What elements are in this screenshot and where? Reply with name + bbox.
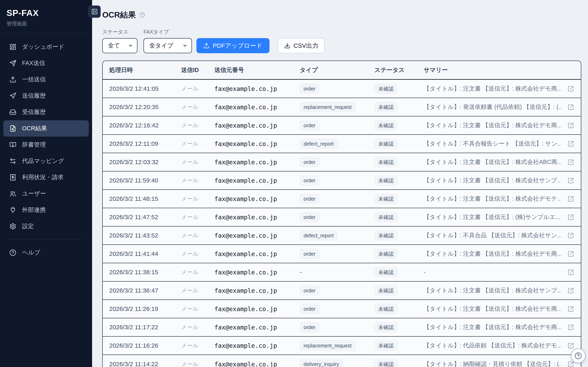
row-sender-id: メール [174, 232, 208, 239]
row-type: order [293, 322, 368, 332]
row-source-number: fax@example.co.jp [208, 159, 293, 166]
table-row[interactable]: 2026/3/2 11:26:19 メール fax@example.co.jp … [103, 300, 581, 318]
table-body: 2026/3/2 12:41:05 メール fax@example.co.jp … [103, 80, 581, 367]
sidebar-item-users[interactable]: ユーザー [3, 185, 89, 202]
plug-icon [9, 207, 16, 213]
row-source-number: fax@example.co.jp [208, 269, 293, 276]
sidebar-item-send-history[interactable]: 送信履歴 [3, 88, 89, 104]
row-sender-id: メール [174, 360, 208, 367]
status-badge: 未確認 [374, 267, 398, 277]
sidebar-item-dashboard[interactable]: ダッシュボード [3, 39, 89, 55]
open-detail-button[interactable] [561, 196, 581, 202]
table-row[interactable]: 2026/3/2 12:16:42 メール fax@example.co.jp … [103, 117, 581, 135]
title-help-icon[interactable] [139, 12, 145, 18]
column-header-summary: サマリー [417, 66, 561, 74]
open-detail-button[interactable] [561, 104, 581, 110]
type-badge: delivery_inquiry [300, 359, 343, 367]
type-badge: order [300, 83, 319, 94]
row-type: order [293, 285, 368, 296]
status-badge: 未確認 [374, 194, 398, 204]
table-row[interactable]: 2026/3/2 11:43:52 メール fax@example.co.jp … [103, 226, 581, 245]
status-badge: 未確認 [374, 249, 398, 259]
table-row[interactable]: 2026/3/2 11:59:40 メール fax@example.co.jp … [103, 171, 581, 190]
type-badge: order [300, 157, 319, 167]
sidebar-item-receive-history[interactable]: 受信履歴 [3, 104, 89, 120]
table-row[interactable]: 2026/3/2 11:14:22 メール fax@example.co.jp … [103, 355, 581, 367]
table-row[interactable]: 2026/3/2 12:03:32 メール fax@example.co.jp … [103, 153, 581, 171]
floating-help-button[interactable] [571, 349, 586, 363]
sidebar-item-integrations[interactable]: 外部連携 [3, 202, 89, 218]
open-detail-button[interactable] [561, 86, 581, 92]
table-row[interactable]: 2026/3/2 11:36:47 メール fax@example.co.jp … [103, 282, 581, 300]
status-filter-label: ステータス [102, 29, 138, 35]
table-row[interactable]: 2026/3/2 12:41:05 メール fax@example.co.jp … [103, 80, 581, 98]
row-source-number: fax@example.co.jp [208, 250, 293, 258]
status-filter-select[interactable]: 全て [102, 38, 138, 53]
external-link-icon [568, 86, 574, 92]
row-type: delivery_inquiry [293, 359, 368, 367]
row-status: 未確認 [368, 139, 417, 149]
file-search-icon [9, 125, 16, 132]
sidebar-item-usage-billing[interactable]: 利用状況・請求 [3, 169, 89, 185]
status-badge: 未確認 [374, 139, 398, 149]
open-detail-button[interactable] [561, 122, 581, 129]
table-row[interactable]: 2026/3/2 11:38:15 メール fax@example.co.jp … [103, 263, 581, 282]
row-summary: 【タイトル】: 注文書 【送信元】: 株式会社デモ商... [417, 305, 561, 313]
open-detail-button[interactable] [561, 269, 581, 275]
sidebar: SP-FAX 管理画面 ダッシュボード FAX送信 一括送信 送信履歴 受信履歴… [0, 0, 92, 367]
external-link-icon [568, 324, 574, 331]
sidebar-item-help[interactable]: ヘルプ [3, 244, 89, 261]
open-detail-button[interactable] [561, 342, 581, 349]
pdf-upload-button[interactable]: PDFアップロード [196, 38, 269, 53]
type-badge: order [300, 212, 319, 222]
help-circle-icon [9, 249, 16, 256]
row-summary: 【タイトル】: 注文書 【送信元】: 株式会社デモ商... [417, 121, 561, 129]
table-row[interactable]: 2026/3/2 12:20:35 メール fax@example.co.jp … [103, 98, 581, 117]
table-row[interactable]: 2026/3/2 11:41:44 メール fax@example.co.jp … [103, 245, 581, 263]
sidebar-item-label: 一括送信 [22, 75, 46, 83]
open-detail-button[interactable] [561, 233, 581, 239]
type-badge: order [300, 194, 319, 204]
open-detail-button[interactable] [561, 324, 581, 331]
row-type: order [293, 304, 368, 314]
table-row[interactable]: 2026/3/2 11:16:26 メール fax@example.co.jp … [103, 337, 581, 355]
row-datetime: 2026/3/2 11:47:52 [103, 214, 174, 221]
sidebar-item-label: ヘルプ [22, 249, 40, 257]
row-summary: 【タイトル】: 発送依頼書 (代品依頼) 【送信元】: (... [417, 103, 561, 111]
row-type: defect_report [293, 230, 368, 241]
table-row[interactable]: 2026/3/2 11:17:22 メール fax@example.co.jp … [103, 318, 581, 337]
open-detail-button[interactable] [561, 287, 581, 294]
row-source-number: fax@example.co.jp [208, 85, 293, 92]
fax-type-filter-select[interactable]: 全タイプ [144, 38, 192, 53]
gear-icon [9, 223, 16, 230]
row-datetime: 2026/3/2 11:38:15 [103, 269, 174, 276]
sidebar-item-substitute-mapping[interactable]: 代品マッピング [3, 153, 89, 169]
sidebar-collapse-button[interactable] [88, 6, 101, 18]
table-row[interactable]: 2026/3/2 11:47:52 メール fax@example.co.jp … [103, 208, 581, 226]
sidebar-item-fax-send[interactable]: FAX送信 [3, 55, 89, 71]
sidebar-item-ocr-results[interactable]: OCR結果 [3, 120, 89, 137]
external-link-icon [568, 269, 574, 275]
open-detail-button[interactable] [561, 177, 581, 184]
open-detail-button[interactable] [561, 214, 581, 220]
sidebar-item-settings[interactable]: 設定 [3, 218, 89, 234]
row-summary: 【タイトル】: 代品依頼 【送信元】: 株式会社デモ... [417, 342, 561, 350]
external-link-icon [568, 233, 574, 239]
open-detail-button[interactable] [561, 159, 581, 165]
column-header-datetime: 処理日時 [103, 66, 174, 74]
column-header-type: タイプ [293, 66, 368, 74]
open-detail-button[interactable] [561, 251, 581, 257]
sidebar-item-bulk-send[interactable]: 一括送信 [3, 71, 89, 88]
sidebar-item-dictionary[interactable]: 辞書管理 [3, 137, 89, 153]
row-status: 未確認 [368, 102, 417, 112]
open-detail-button[interactable] [561, 141, 581, 147]
open-detail-button[interactable] [561, 306, 581, 312]
sidebar-item-label: ダッシュボード [22, 43, 64, 51]
table-row[interactable]: 2026/3/2 12:11:09 メール fax@example.co.jp … [103, 135, 581, 153]
table-row[interactable]: 2026/3/2 11:48:15 メール fax@example.co.jp … [103, 190, 581, 208]
sidebar-divider [7, 239, 86, 240]
panel-left-close-icon [91, 8, 98, 15]
status-badge: 未確認 [374, 341, 398, 351]
csv-export-button[interactable]: CSV出力 [278, 38, 325, 53]
fax-type-filter-label: FAXタイプ [144, 29, 192, 35]
